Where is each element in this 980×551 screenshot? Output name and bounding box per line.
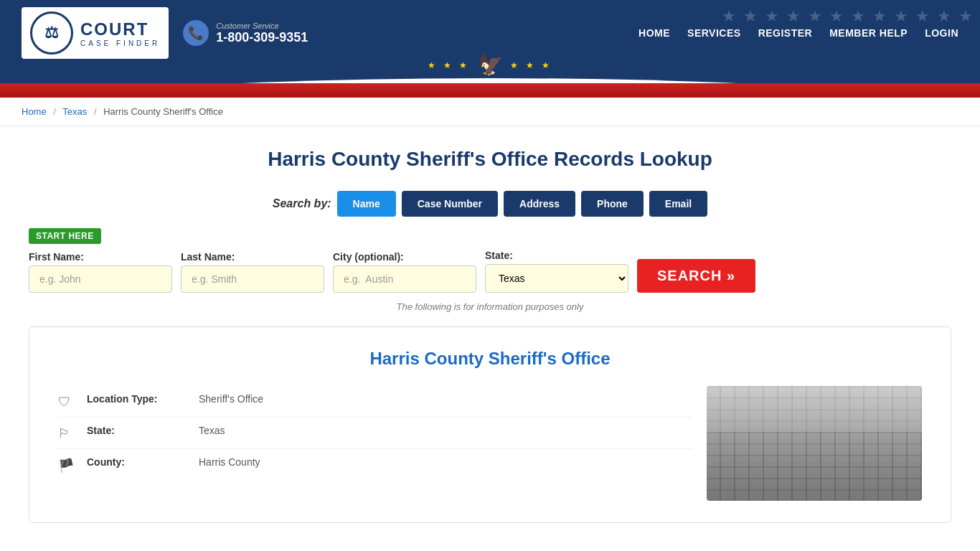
- search-form-section: START HERE First Name: Last Name: City (…: [29, 228, 951, 293]
- star-icon: ★: [958, 7, 973, 26]
- star-icon: ★: [765, 7, 779, 26]
- first-name-input[interactable]: [29, 265, 172, 293]
- tab-address[interactable]: Address: [504, 191, 575, 217]
- search-form: First Name: Last Name: City (optional): …: [29, 250, 951, 293]
- city-input[interactable]: [333, 265, 476, 293]
- location-type-label: Location Type:: [87, 393, 187, 405]
- pennant-icon: 🏴: [58, 458, 75, 474]
- header-eagle-section: ★ ★ ★ 🦅 ★ ★ ★: [0, 66, 980, 98]
- county-label: County:: [87, 456, 187, 468]
- tab-case-number[interactable]: Case Number: [402, 191, 498, 217]
- cs-text: Customer Service 1-800-309-9351: [216, 22, 308, 45]
- breadcrumb-sep-2: /: [94, 106, 97, 117]
- customer-service: 📞 Customer Service 1-800-309-9351: [183, 20, 308, 46]
- main-nav: HOME SERVICES REGISTER MEMBER HELP LOGIN: [639, 27, 958, 39]
- shield-icon: 🛡: [58, 395, 75, 410]
- state-row-label: State:: [87, 425, 187, 436]
- tab-name[interactable]: Name: [337, 191, 396, 217]
- star-icon: ★: [872, 7, 887, 26]
- state-label: State:: [485, 250, 628, 261]
- state-group: State: Texas California New York Florida: [485, 250, 628, 293]
- flag-icon: 🏳: [58, 426, 75, 441]
- star-icon: ★: [786, 7, 801, 26]
- state-row-value: Texas: [199, 425, 225, 436]
- star-icon: ★: [915, 7, 930, 26]
- start-here-badge: START HERE: [29, 228, 101, 244]
- header-left: ⚖ COURT CASE FINDER 📞 Customer Service 1…: [22, 7, 308, 59]
- last-name-input[interactable]: [181, 265, 324, 293]
- search-by-row: Search by: Name Case Number Address Phon…: [29, 191, 951, 217]
- info-row-location-type: 🛡 Location Type: Sheriff's Office: [58, 386, 692, 418]
- logo[interactable]: ⚖ COURT CASE FINDER: [22, 7, 169, 59]
- main-content: Harris County Sheriff's Office Records L…: [0, 126, 980, 545]
- red-bar: [0, 83, 980, 98]
- first-name-group: First Name:: [29, 251, 172, 293]
- disclaimer-text: The following is for information purpose…: [29, 301, 951, 312]
- nav-services[interactable]: SERVICES: [687, 27, 741, 39]
- last-name-label: Last Name:: [181, 251, 324, 263]
- star-icon: ★: [894, 7, 908, 26]
- star-icon: ★: [829, 7, 844, 26]
- star-icon: ★: [808, 7, 822, 26]
- logo-court-label: COURT: [80, 19, 160, 39]
- search-by-label: Search by:: [273, 197, 331, 210]
- info-card-body: 🛡 Location Type: Sheriff's Office 🏳 Stat…: [58, 386, 922, 501]
- breadcrumb-state[interactable]: Texas: [62, 106, 87, 117]
- search-button[interactable]: SEARCH »: [637, 259, 755, 293]
- county-value: Harris County: [199, 456, 260, 468]
- page-title: Harris County Sheriff's Office Records L…: [29, 148, 951, 171]
- first-name-label: First Name:: [29, 251, 172, 263]
- info-row-county: 🏴 County: Harris County: [58, 449, 692, 481]
- nav-home[interactable]: HOME: [639, 27, 670, 39]
- info-row-state: 🏳 State: Texas: [58, 418, 692, 449]
- info-card-title: Harris County Sheriff's Office: [58, 349, 922, 369]
- right-stars: ★ ★ ★: [510, 60, 553, 70]
- nav-member-help[interactable]: MEMBER HELP: [829, 27, 908, 39]
- nav-login[interactable]: LOGIN: [925, 27, 958, 39]
- location-type-value: Sheriff's Office: [199, 393, 263, 405]
- cs-phone-number: 1-800-309-9351: [216, 30, 308, 45]
- info-card: Harris County Sheriff's Office 🛡 Locatio…: [29, 326, 951, 523]
- eagle-container: ★ ★ ★ 🦅 ★ ★ ★: [428, 53, 552, 77]
- city-label: City (optional):: [333, 251, 476, 263]
- star-icon: ★: [743, 7, 758, 26]
- info-table: 🛡 Location Type: Sheriff's Office 🏳 Stat…: [58, 386, 692, 501]
- breadcrumb-home[interactable]: Home: [22, 106, 47, 117]
- tab-phone[interactable]: Phone: [581, 191, 644, 217]
- nav-register[interactable]: REGISTER: [758, 27, 813, 39]
- eagle-icon: 🦅: [478, 53, 503, 77]
- logo-seal-icon: ⚖: [30, 11, 73, 55]
- star-icon: ★: [722, 7, 736, 26]
- state-select[interactable]: Texas California New York Florida: [485, 264, 628, 293]
- cs-label: Customer Service: [216, 22, 308, 30]
- last-name-group: Last Name:: [181, 251, 324, 293]
- star-icon: ★: [851, 7, 865, 26]
- left-stars: ★ ★ ★: [428, 60, 471, 70]
- logo-sub-label: CASE FINDER: [80, 39, 160, 47]
- breadcrumb-current: Harris County Sheriff's Office: [103, 106, 223, 117]
- star-icon: ★: [937, 7, 951, 26]
- city-group: City (optional):: [333, 251, 476, 293]
- phone-icon: 📞: [183, 20, 209, 46]
- breadcrumb: Home / Texas / Harris County Sheriff's O…: [0, 98, 980, 126]
- tab-email[interactable]: Email: [649, 191, 707, 217]
- sky-overlay: [707, 386, 922, 432]
- logo-text: COURT CASE FINDER: [80, 19, 160, 47]
- breadcrumb-sep-1: /: [53, 106, 56, 117]
- building-image: [707, 386, 922, 501]
